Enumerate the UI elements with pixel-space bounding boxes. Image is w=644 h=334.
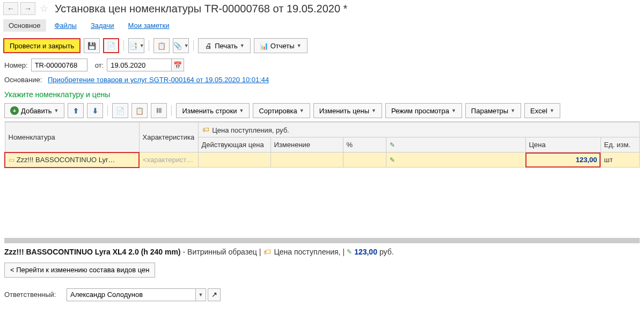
edit-prices-label: Изменить цены <box>319 107 369 115</box>
nav-forward-button[interactable]: → <box>20 2 35 15</box>
col-nomenclature[interactable]: Номенклатура <box>5 122 139 153</box>
date-picker-button[interactable]: 📅 <box>171 59 184 71</box>
print-button[interactable]: 🖨 Печать ▼ <box>198 38 251 53</box>
from-label: от: <box>95 61 104 69</box>
col-unit[interactable]: Ед. изм. <box>601 137 640 153</box>
col-percent[interactable]: % <box>343 137 386 153</box>
chevron-down-icon: ▼ <box>240 43 245 48</box>
basis-link[interactable]: Приобретение товаров и услуг SGTR-000164… <box>48 76 269 84</box>
move-up-button[interactable]: ⬆ <box>68 103 84 118</box>
cell-percent[interactable] <box>343 153 386 168</box>
edit-rows-button[interactable]: Изменить строки ▼ <box>176 103 250 118</box>
add-label: Добавить <box>21 107 52 115</box>
sorting-label: Сортировка <box>259 107 297 115</box>
col-characteristic[interactable]: Характеристика <box>139 122 198 153</box>
reports-button[interactable]: 📊 Отчеты ▼ <box>254 38 308 53</box>
tab-main[interactable]: Основное <box>3 19 46 32</box>
goto-price-types-button[interactable]: < Перейти к изменению состава видов цен <box>4 263 155 278</box>
horizontal-scrollbar[interactable] <box>4 238 640 243</box>
view-mode-label: Режим просмотра <box>391 107 449 115</box>
edit-prices-button[interactable]: Изменить цены ▼ <box>313 103 382 118</box>
characteristic-placeholder: <характерист… <box>143 156 193 164</box>
cell-current-price[interactable] <box>198 153 270 168</box>
copy-icon: 📄 <box>116 106 125 115</box>
price-tag-icon: 🏷 <box>202 126 210 134</box>
edit-rows-label: Изменить строки <box>182 107 237 115</box>
tab-files[interactable]: Файлы <box>49 19 82 32</box>
barcode-button[interactable]: ⦀⦀ <box>151 103 167 118</box>
excel-button[interactable]: Excel ▼ <box>524 103 560 118</box>
reports-icon: 📊 <box>260 41 268 50</box>
number-input[interactable] <box>31 59 87 71</box>
sorting-button[interactable]: Сортировка ▼ <box>253 103 310 118</box>
parameters-button[interactable]: Параметры ▼ <box>465 103 521 118</box>
toolbar-divider <box>149 40 149 51</box>
parameters-label: Параметры <box>471 107 508 115</box>
cell-pencil[interactable]: ✎ <box>386 153 525 168</box>
status-suffix: - Витринный образец <box>183 248 257 256</box>
tab-notes[interactable]: Мои заметки <box>123 19 175 32</box>
col-change[interactable]: Изменение <box>270 137 343 153</box>
chevron-down-icon: ▼ <box>239 108 244 113</box>
attach-button[interactable]: 📎 ▼ <box>173 38 189 53</box>
paste-icon: 📋 <box>135 106 144 115</box>
add-button[interactable]: + Добавить ▼ <box>4 103 64 118</box>
price-value: 123,00 <box>529 156 597 164</box>
basis-label: Основание: <box>4 76 45 84</box>
view-mode-button[interactable]: Режим просмотра ▼ <box>385 103 462 118</box>
scrollbar-thumb[interactable] <box>4 238 640 243</box>
col-current-price[interactable]: Действующая цена <box>198 137 270 153</box>
post-button[interactable]: 📄 <box>103 38 119 53</box>
calendar-icon: 📅 <box>173 61 182 69</box>
main-toolbar: Провести и закрыть 💾 📄 📑 ▼ 📋 📎 ▼ 🖨 Печат… <box>0 35 644 56</box>
price-tag-icon: 🏷 <box>263 248 272 256</box>
chevron-down-icon: ▼ <box>299 108 304 113</box>
status-currency: руб. <box>379 248 394 256</box>
attach-icon: 📎 <box>173 41 182 50</box>
status-sep: | <box>342 248 345 256</box>
post-icon: 📄 <box>107 41 115 50</box>
toolbar-divider <box>193 40 194 51</box>
save-button[interactable]: 💾 <box>84 38 100 53</box>
number-label: Номер: <box>4 61 28 69</box>
responsible-open-button[interactable]: ↗ <box>208 288 221 301</box>
barcode-icon: ⦀⦀ <box>155 106 163 115</box>
copy-button[interactable]: 📄 <box>112 103 128 118</box>
excel-label: Excel <box>530 107 547 115</box>
status-bar: Zzz!!! BASSOCONTINUO Lyra XL4 2.0 (h 240… <box>0 243 644 260</box>
chevron-down-icon: ▼ <box>54 108 58 113</box>
col-edit[interactable]: ✎ <box>386 137 525 153</box>
responsible-input[interactable] <box>67 288 195 301</box>
favorite-star-icon[interactable]: ☆ <box>40 3 48 14</box>
chevron-down-icon: ▼ <box>184 43 189 48</box>
pencil-icon: ✎ <box>390 141 395 149</box>
post-and-close-button[interactable]: Провести и закрыть <box>3 38 80 53</box>
status-price-value: 123,00 <box>354 248 377 256</box>
tab-tasks[interactable]: Задачи <box>85 19 120 32</box>
paste-button[interactable]: 📋 <box>131 103 148 118</box>
nav-back-button[interactable]: ← <box>3 2 18 15</box>
print-icon: 🖨 <box>204 41 213 50</box>
cell-price[interactable]: 123,00 <box>525 153 601 168</box>
cell-change[interactable] <box>270 153 343 168</box>
pencil-icon: ✎ <box>390 156 395 164</box>
toolbar-divider <box>171 105 172 116</box>
folder-icon: ▭ <box>9 156 14 164</box>
responsible-dropdown-button[interactable]: ▼ <box>195 288 206 301</box>
cell-nomenclature[interactable]: ▭ Zzz!!! BASSOCONTINUO Lyr… <box>5 153 139 168</box>
table-row[interactable]: ▭ Zzz!!! BASSOCONTINUO Lyr… <характерист… <box>5 153 640 168</box>
arrow-up-icon: ⬆ <box>73 107 79 115</box>
arrow-down-icon: ⬇ <box>92 107 98 115</box>
list-button[interactable]: 📋 <box>153 38 170 53</box>
toolbar-divider <box>107 105 108 116</box>
date-input[interactable] <box>107 59 171 71</box>
move-down-button[interactable]: ⬇ <box>87 103 103 118</box>
cell-unit[interactable]: шт <box>601 153 640 168</box>
col-price[interactable]: Цена <box>525 137 601 153</box>
col-price-group[interactable]: 🏷 Цена поступления, руб. <box>198 122 640 137</box>
create-based-on-button[interactable]: 📑 ▼ <box>128 38 144 53</box>
chevron-down-icon: ▼ <box>550 108 554 113</box>
toolbar-divider <box>123 40 124 51</box>
cell-characteristic[interactable]: <характерист… <box>139 153 198 168</box>
section-title: Укажите номенклатуру и цены <box>0 86 644 101</box>
